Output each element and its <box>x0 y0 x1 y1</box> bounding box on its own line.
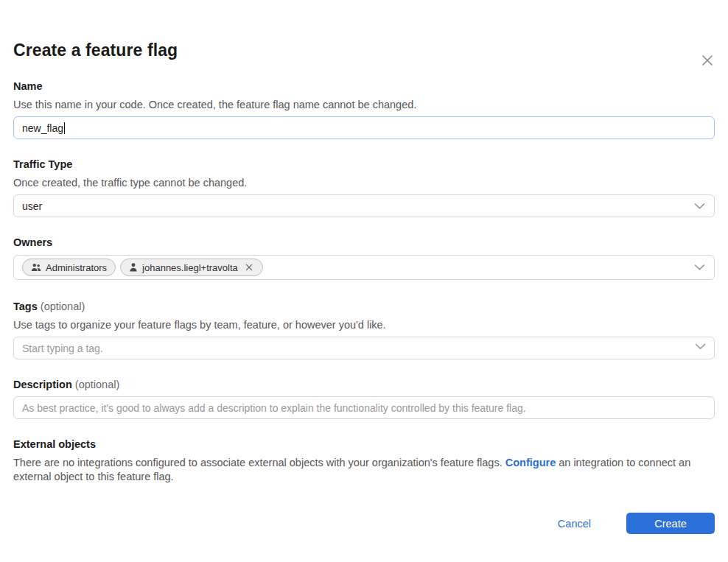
owners-select[interactable]: Administrators johannes.liegl+travolta <box>13 255 715 280</box>
name-label: Name <box>13 80 715 94</box>
tags-helper-text: Use tags to organize your feature flags … <box>13 318 715 332</box>
page-title: Create a feature flag <box>13 40 715 60</box>
tags-section: Tags (optional) Use tags to organize you… <box>13 300 715 359</box>
owner-chip-administrators[interactable]: Administrators <box>22 259 116 276</box>
modal-footer: Cancel Create <box>13 513 715 534</box>
configure-link[interactable]: Configure <box>505 457 556 468</box>
remove-owner-button[interactable] <box>244 262 254 273</box>
owners-section: Owners Administrators johannes.liegl+tra… <box>13 236 715 280</box>
tags-label: Tags (optional) <box>13 300 715 314</box>
external-objects-text: There are no integrations configured to … <box>13 456 715 483</box>
chevron-down-icon <box>694 264 705 271</box>
close-icon <box>700 53 715 68</box>
tags-optional-text: (optional) <box>41 301 85 312</box>
external-objects-text-before: There are no integrations configured to … <box>13 457 505 468</box>
person-icon <box>129 263 138 272</box>
external-objects-label: External objects <box>13 438 715 452</box>
name-helper-text: Use this name in your code. Once created… <box>13 98 715 112</box>
tags-input[interactable] <box>13 337 715 359</box>
traffic-type-select[interactable]: user <box>13 194 715 217</box>
create-button[interactable]: Create <box>626 513 715 534</box>
description-input[interactable] <box>13 396 715 419</box>
owner-chip-label: johannes.liegl+travolta <box>142 262 238 273</box>
cancel-button[interactable]: Cancel <box>555 518 594 530</box>
tags-label-text: Tags <box>13 301 38 312</box>
description-label-text: Description <box>13 379 72 390</box>
owner-chip-label: Administrators <box>46 262 107 273</box>
external-objects-section: External objects There are no integratio… <box>13 438 715 483</box>
owners-label: Owners <box>13 236 715 250</box>
create-feature-flag-modal: Create a feature flag Name Use this name… <box>0 40 728 534</box>
description-section: Description (optional) <box>13 378 715 419</box>
remove-x-icon <box>245 264 253 271</box>
name-input-value: new_flag <box>22 122 63 134</box>
name-input[interactable]: new_flag <box>13 116 715 139</box>
close-button[interactable] <box>698 51 717 70</box>
group-icon <box>31 263 41 272</box>
text-caret <box>64 122 65 134</box>
traffic-type-section: Traffic Type Once created, the traffic t… <box>13 158 715 217</box>
owner-chip-user[interactable]: johannes.liegl+travolta <box>120 259 263 276</box>
chevron-down-icon <box>694 203 705 209</box>
traffic-type-helper-text: Once created, the traffic type cannot be… <box>13 176 715 190</box>
name-section: Name Use this name in your code. Once cr… <box>13 80 715 139</box>
traffic-type-label: Traffic Type <box>13 158 715 172</box>
traffic-type-selected-value: user <box>22 200 42 212</box>
description-label: Description (optional) <box>13 378 715 392</box>
description-optional-text: (optional) <box>75 379 119 390</box>
